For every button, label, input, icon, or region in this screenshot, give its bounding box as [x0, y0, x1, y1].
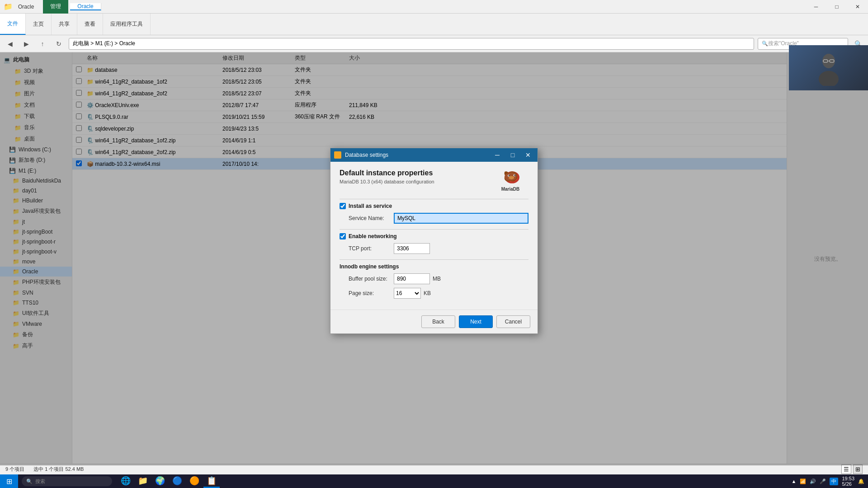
maximize-button[interactable]: □: [826, 0, 847, 14]
database-settings-dialog: Database settings ─ □ ✕ Default instance…: [330, 148, 538, 334]
minimize-button[interactable]: ─: [806, 0, 826, 14]
window-controls: ─ □ ✕: [806, 0, 868, 14]
back-nav-button[interactable]: ◀: [4, 38, 16, 50]
svg-point-1: [819, 71, 839, 86]
section-divider3: [340, 259, 528, 260]
page-size-label: Page size:: [349, 290, 394, 296]
view-toggle: ☰ ⊞: [841, 465, 863, 474]
svg-point-7: [509, 176, 514, 179]
back-button[interactable]: Back: [421, 315, 455, 328]
dialog-titlebar: Database settings ─ □ ✕: [330, 148, 538, 162]
tab-home[interactable]: 主页: [26, 14, 52, 35]
taskbar-app-edge[interactable]: 🔵: [169, 474, 185, 488]
install-service-checkbox[interactable]: [340, 203, 346, 209]
grid-view-button[interactable]: ⊞: [853, 465, 863, 474]
mariadb-text: MariaDB: [501, 187, 520, 192]
cancel-button[interactable]: Cancel: [496, 315, 530, 328]
innodb-header: Innodb engine settings: [340, 263, 528, 270]
buffer-pool-row: Buffer pool size: MB: [340, 273, 528, 284]
dialog-icon: [334, 151, 341, 159]
close-button[interactable]: ✕: [847, 0, 868, 14]
service-name-row: Service Name:: [340, 213, 528, 224]
dialog-header: Default instance properties MariaDB 10.3…: [340, 169, 528, 192]
tab-share[interactable]: 共享: [52, 14, 77, 35]
title-bar: 📁 Oracle 管理 Oracle ─ □ ✕: [0, 0, 868, 14]
dialog-title: Database settings: [345, 152, 488, 158]
tab-file[interactable]: 文件: [0, 14, 26, 35]
title-bar-left: 📁 Oracle 管理 Oracle: [0, 0, 806, 14]
taskbar-app-misc1[interactable]: 🟠: [186, 474, 203, 488]
up-nav-button[interactable]: ↑: [36, 38, 49, 50]
webcam-feed: [789, 45, 868, 90]
forward-nav-button[interactable]: ▶: [20, 38, 33, 50]
ribbon: 文件 主页 共享 查看 应用程序工具: [0, 14, 868, 35]
manage-tab[interactable]: 管理: [43, 0, 68, 14]
dialog-maximize-button[interactable]: □: [507, 150, 519, 160]
buffer-pool-unit: MB: [433, 276, 441, 282]
taskbar-app-cortana[interactable]: 🌐: [118, 474, 134, 488]
search-icon: 🔍: [26, 479, 33, 484]
dialog-body: Default instance properties MariaDB 10.3…: [330, 162, 538, 310]
svg-point-9: [509, 175, 510, 176]
next-button[interactable]: Next: [459, 315, 493, 328]
dialog-minimize-button[interactable]: ─: [491, 150, 503, 160]
taskbar-tray: ▲ 📶 🔊 🎤 中 19:53 5/26 🔔: [788, 476, 868, 487]
taskbar-app-misc2[interactable]: 📋: [203, 474, 220, 488]
section-divider2: [340, 229, 528, 230]
taskbar-app-explorer[interactable]: 📁: [135, 474, 151, 488]
dialog-subtitle: MariaDB 10.3 (x64) database configuratio…: [340, 179, 487, 184]
install-service-label[interactable]: Install as service: [340, 203, 528, 209]
lang-indicator[interactable]: 中: [830, 478, 838, 485]
tab-apptools[interactable]: 应用程序工具: [103, 14, 151, 35]
service-name-label: Service Name:: [349, 215, 394, 221]
quick-access-icon: 📁: [4, 2, 13, 11]
taskbar-search[interactable]: 🔍 搜索: [22, 476, 112, 486]
innodb-section: Innodb engine settings Buffer pool size:…: [340, 263, 528, 299]
dialog-header-text: Default instance properties MariaDB 10.3…: [340, 169, 487, 184]
networking-section: Enable networking TCP port:: [340, 233, 528, 254]
address-bar: ◀ ▶ ↑ ↻ 此电脑 > M1 (E:) > Oracle 🔍 搜索"Orac…: [0, 35, 868, 52]
notification-icon[interactable]: 🔔: [858, 479, 864, 484]
tray-up-arrow[interactable]: ▲: [792, 479, 797, 484]
refresh-nav-button[interactable]: ↻: [52, 38, 65, 50]
tcp-port-label: TCP port:: [349, 245, 394, 252]
address-path[interactable]: 此电脑 > M1 (E:) > Oracle: [69, 38, 754, 50]
page-size-row: Page size: 16 8 32 64 KB: [340, 288, 528, 299]
list-view-button[interactable]: ☰: [841, 465, 851, 474]
tcp-port-row: TCP port:: [340, 243, 528, 254]
page-size-unit: KB: [424, 290, 431, 296]
tcp-port-input[interactable]: [394, 243, 430, 254]
clock: 19:53 5/26: [842, 476, 854, 487]
start-button[interactable]: ⊞: [0, 474, 18, 488]
oracle-tab[interactable]: Oracle: [70, 3, 101, 10]
volume-icon[interactable]: 🔊: [810, 479, 816, 484]
network-icon[interactable]: 📶: [800, 479, 806, 484]
buffer-pool-input[interactable]: [394, 273, 430, 284]
section-divider: [340, 199, 528, 199]
mariadb-logo: MariaDB: [492, 169, 528, 192]
mariadb-animal-svg: [495, 169, 526, 186]
taskbar-apps: 🌐 📁 🌍 🔵 🟠 📋: [116, 474, 222, 488]
taskbar: ⊞ 🔍 搜索 🌐 📁 🌍 🔵 🟠 📋: [0, 474, 868, 488]
tab-view[interactable]: 查看: [77, 14, 103, 35]
dialog-buttons: Back Next Cancel: [330, 310, 538, 333]
time: 19:53: [842, 476, 854, 481]
title-bar-title: Oracle: [18, 4, 34, 10]
mic-icon[interactable]: 🎤: [820, 479, 826, 484]
service-name-input[interactable]: [394, 213, 528, 224]
svg-point-11: [514, 175, 515, 176]
date: 5/26: [842, 481, 851, 487]
taskbar-app-ie[interactable]: 🌍: [152, 474, 168, 488]
webcam-preview: [789, 45, 868, 90]
manage-tab-label: 管理: [50, 3, 61, 10]
enable-networking-checkbox[interactable]: [340, 233, 346, 239]
dialog-close-button[interactable]: ✕: [522, 150, 534, 160]
enable-networking-label[interactable]: Enable networking: [340, 233, 528, 239]
install-service-section: Install as service Service Name:: [340, 203, 528, 224]
explorer-window: 📁 Oracle 管理 Oracle ─ □ ✕ 文件 主页 共享 查看: [0, 0, 868, 488]
dialog-main-title: Default instance properties: [340, 169, 487, 177]
page-size-select[interactable]: 16 8 32 64: [394, 288, 421, 299]
dialog-overlay: Database settings ─ □ ✕ Default instance…: [0, 52, 868, 465]
person-silhouette: [811, 50, 847, 86]
item-count: 9 个项目: [5, 466, 24, 473]
